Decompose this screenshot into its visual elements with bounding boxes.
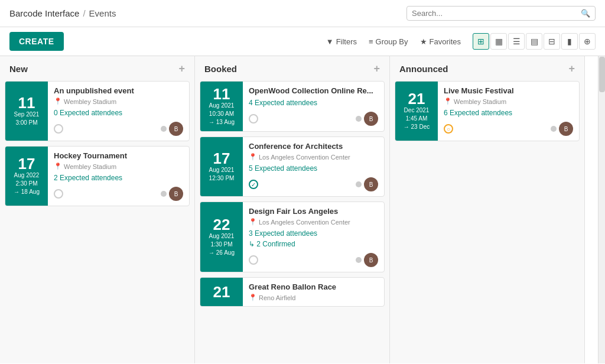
status-icon-none <box>249 114 258 124</box>
view-table[interactable]: ⊟ <box>544 33 560 50</box>
groupby-icon: ≡ <box>369 37 373 46</box>
col-add-booked[interactable]: + <box>373 63 380 74</box>
location-icon: 📍 <box>249 218 257 226</box>
card-arrow: → 26 Aug <box>209 249 235 257</box>
view-activity[interactable]: ▤ <box>526 33 542 50</box>
card-dot <box>356 257 362 263</box>
card-attendees: 0 Expected attendees <box>54 109 183 117</box>
card-footer: B <box>249 253 378 267</box>
kanban-col-announced: Announced + 21 Dec 2021 1:45 AM → 23 Dec… <box>390 56 585 363</box>
card-body: An unpublished event 📍Wembley Stadium 0 … <box>48 82 189 141</box>
card-attendees: 5 Expected attendees <box>249 164 378 173</box>
status-icon-green: ✓ <box>249 180 258 189</box>
card-month-year: Aug 2021 <box>209 166 235 174</box>
card-footer-right: B <box>551 122 573 136</box>
location-icon: 📍 <box>54 162 62 170</box>
card-footer: ✓ B <box>249 177 378 191</box>
location-icon: 📍 <box>249 153 257 161</box>
card-avatar: B <box>169 187 183 201</box>
card-day: 11 <box>18 95 35 110</box>
card-attendees: 3 Expected attendees <box>249 229 378 238</box>
status-icon-none <box>54 189 63 199</box>
card-month-year: Aug 2022 <box>14 171 40 180</box>
card-footer: B <box>54 122 183 136</box>
card-time: 2:30 PM <box>15 180 37 188</box>
view-kanban[interactable]: ⊞ <box>473 33 489 50</box>
card-title: OpenWood Collection Online Re... <box>249 86 378 95</box>
view-calendar[interactable]: ▦ <box>490 33 507 50</box>
search-icon[interactable]: 🔍 <box>581 9 590 18</box>
card-month-year: Aug 2021 <box>209 102 235 110</box>
scrollbar-thumb[interactable] <box>599 57 605 92</box>
col-title-announced: Announced <box>399 64 448 74</box>
card-dot <box>356 181 362 187</box>
col-header-booked: Booked + <box>195 56 389 81</box>
card-arrow: → 13 Aug <box>209 118 235 126</box>
card-day: 11 <box>213 86 230 102</box>
col-add-announced[interactable]: + <box>568 63 575 74</box>
card[interactable]: 21 Great Reno Ballon Race 📍Reno Airfield <box>200 277 385 307</box>
card-body: Great Reno Ballon Race 📍Reno Airfield <box>243 278 384 306</box>
kanban-col-booked: Booked + 11 Aug 2021 10:30 AM → 13 Aug O… <box>195 56 390 363</box>
card-footer: B <box>249 112 378 126</box>
card-footer: ○ B <box>444 122 573 136</box>
card-avatar: B <box>364 112 378 126</box>
col-cards-booked: 11 Aug 2021 10:30 AM → 13 Aug OpenWood C… <box>195 81 389 363</box>
card-time: 12:30 PM <box>209 174 235 183</box>
card-month-year: Aug 2021 <box>209 232 235 240</box>
card-dot <box>161 191 167 197</box>
col-cards-new: 11 Sep 2021 3:00 PM An unpublished event… <box>0 81 194 363</box>
breadcrumb-sep: / <box>83 8 85 18</box>
star-icon: ★ <box>420 37 427 46</box>
card[interactable]: 17 Aug 2021 12:30 PM Conference for Arch… <box>200 136 385 197</box>
card-date-block: 21 <box>200 278 243 306</box>
status-icon-none <box>54 124 63 134</box>
favorites-button[interactable]: ★ Favorites <box>415 35 466 48</box>
card-day: 17 <box>213 151 230 166</box>
card[interactable]: 17 Aug 2022 2:30 PM → 18 Aug Hockey Tour… <box>5 146 190 206</box>
filter-icon: ▼ <box>326 37 334 46</box>
card-time: 3:00 PM <box>15 119 37 127</box>
card-footer-right: B <box>161 187 183 201</box>
card-day: 21 <box>408 91 425 106</box>
card-footer: B <box>54 187 183 201</box>
card[interactable]: 21 Dec 2021 1:45 AM → 23 Dec Live Music … <box>395 81 580 141</box>
card-day: 17 <box>18 156 35 171</box>
card[interactable]: 11 Sep 2021 3:00 PM An unpublished event… <box>5 81 190 141</box>
card-footer-right: B <box>356 177 378 191</box>
location-icon: 📍 <box>54 98 62 105</box>
card-arrow: → 23 Dec <box>404 123 430 131</box>
kanban-columns: New + 11 Sep 2021 3:00 PM An unpublished… <box>0 56 598 363</box>
breadcrumb: Barcode Interface / Events <box>9 8 406 18</box>
scrollbar[interactable] <box>598 56 605 363</box>
groupby-button[interactable]: ≡ Group By <box>364 35 413 48</box>
create-button[interactable]: CREATE <box>9 32 64 51</box>
card-date-block: 17 Aug 2022 2:30 PM → 18 Aug <box>5 147 48 206</box>
card-body: Live Music Festival 📍Wembley Stadium 6 E… <box>438 82 579 141</box>
card-venue: 📍Wembley Stadium <box>54 98 183 105</box>
card-dot <box>551 126 557 132</box>
kanban-col-new: New + 11 Sep 2021 3:00 PM An unpublished… <box>0 56 195 363</box>
card-venue: 📍Los Angeles Convention Center <box>249 218 378 226</box>
view-list[interactable]: ☰ <box>508 33 525 50</box>
card-arrow: → 18 Aug <box>14 188 40 196</box>
card-attendees: 6 Expected attendees <box>444 109 573 117</box>
header: Barcode Interface / Events 🔍 <box>0 0 605 27</box>
card-title: Live Music Festival <box>444 86 573 95</box>
col-add-new[interactable]: + <box>178 63 185 74</box>
card[interactable]: 11 Aug 2021 10:30 AM → 13 Aug OpenWood C… <box>200 81 385 132</box>
card-date-block: 11 Sep 2021 3:00 PM <box>5 82 48 141</box>
card-month-year: Dec 2021 <box>404 106 430 115</box>
page-name: Events <box>89 8 116 18</box>
toolbar: CREATE ▼ Filters ≡ Group By ★ Favorites … <box>0 27 605 56</box>
card-confirmed: ↳ 2 Confirmed <box>249 240 378 248</box>
card[interactable]: 22 Aug 2021 1:30 PM → 26 Aug Design Fair… <box>200 202 385 272</box>
card-month-year: Sep 2021 <box>14 110 40 119</box>
view-graph[interactable]: ▮ <box>561 33 578 50</box>
card-avatar: B <box>364 253 378 267</box>
card-attendees: 4 Expected attendees <box>249 99 378 107</box>
filters-button[interactable]: ▼ Filters <box>321 35 362 48</box>
card-date-block: 21 Dec 2021 1:45 AM → 23 Dec <box>395 82 438 141</box>
search-input[interactable] <box>412 9 577 18</box>
view-map[interactable]: ⊕ <box>579 33 596 50</box>
